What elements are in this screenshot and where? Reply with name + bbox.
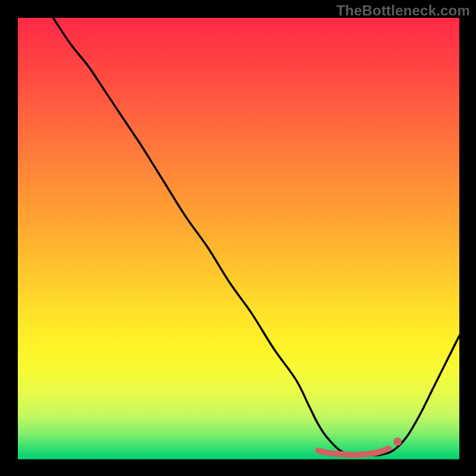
plot-area [18, 18, 459, 459]
bottleneck-curve [53, 18, 459, 455]
trough-highlight [318, 449, 389, 455]
trough-marker [393, 437, 402, 446]
watermark-text: TheBottleneck.com [336, 2, 470, 19]
chart-frame: TheBottleneck.com [0, 0, 476, 476]
chart-svg [18, 18, 459, 459]
